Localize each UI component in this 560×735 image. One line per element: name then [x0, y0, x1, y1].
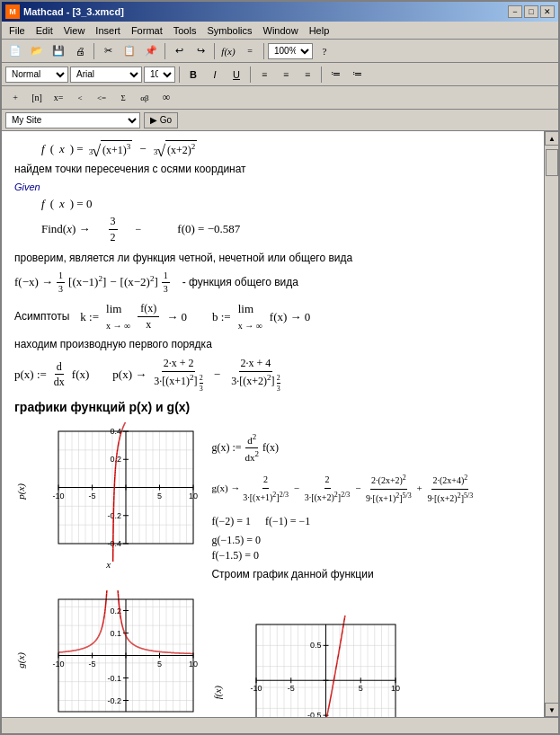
g-zero: g(−1.5) = 0	[211, 533, 531, 548]
list1-button[interactable]: ≔	[325, 66, 345, 84]
close-button[interactable]: ✕	[540, 5, 555, 18]
px-def-row: p(x) := d dx f(x) p(x) → 2·x + 2 3·[(x+1…	[14, 356, 531, 394]
open-button[interactable]: 📂	[27, 42, 47, 60]
menu-insert[interactable]: Insert	[90, 23, 126, 38]
text-find-intercepts: найдем точки пересечения с осями координ…	[14, 162, 531, 177]
print-button[interactable]: 🖨	[70, 42, 90, 60]
cut-button[interactable]: ✂	[98, 42, 118, 60]
eq-button[interactable]: =	[240, 42, 260, 60]
status-bar	[2, 717, 558, 733]
gx-canvas	[31, 590, 202, 717]
underline-button[interactable]: U	[227, 66, 246, 84]
maximize-button[interactable]: □	[524, 5, 538, 18]
scroll-track[interactable]	[545, 146, 558, 703]
find-result: Find(x) → 3 2 − f(0) = −0.587	[41, 214, 531, 245]
save-button[interactable]: 💾	[49, 42, 68, 60]
paste-button[interactable]: 📌	[141, 42, 161, 60]
main-area: f(x) = 3 √ (x+1)3 − 3 √ (x+2)2 найдем то…	[2, 131, 558, 717]
given-keyword: Given	[14, 181, 531, 194]
menu-file[interactable]: File	[4, 23, 31, 38]
sep7	[321, 66, 322, 83]
zoom-area: 100%	[268, 43, 313, 59]
document-area[interactable]: f(x) = 3 √ (x+1)3 − 3 √ (x+2)2 найдем то…	[2, 131, 544, 717]
general-func-label: - функция общего вида	[182, 275, 298, 290]
undo-button[interactable]: ↩	[169, 42, 189, 60]
help-button[interactable]: ?	[315, 42, 334, 60]
sep6	[250, 66, 251, 83]
text-even-odd: проверим, является ли функция четной, не…	[14, 251, 531, 266]
formula-btn1[interactable]: +	[5, 89, 25, 107]
f-zero: f(−1.5) = 0	[211, 548, 531, 563]
size-select[interactable]: 10	[144, 66, 175, 83]
build-graph-label: Строим график данной функции	[211, 567, 531, 582]
fx-eq-0: f(x) = 0	[41, 196, 531, 212]
fx-neg-row: f(−x) → 1 3 [(x−1)2] − [(x−2)2] 1 3 -	[14, 270, 531, 296]
italic-button[interactable]: I	[205, 66, 225, 84]
toolbar1: 📄 📂 💾 🖨 ✂ 📋 📌 ↩ ↪ f(x) = 100% ?	[2, 40, 558, 63]
font-select[interactable]: Arial	[70, 66, 142, 83]
go-button[interactable]: ▶ Go	[144, 112, 178, 128]
gx-ylabel: g(x)	[14, 652, 28, 669]
px-ylabel: p(x)	[14, 483, 28, 500]
scrollbar-vertical[interactable]: ▲ ▼	[544, 131, 558, 717]
sep3	[214, 43, 215, 59]
address-bar: My Site ▶ Go	[2, 110, 558, 131]
scroll-down-button[interactable]: ▼	[545, 703, 558, 717]
section-graphs: графики функций p(x) и g(x)	[14, 399, 531, 417]
px-plot-container: p(x) x	[14, 422, 202, 571]
menu-help[interactable]: Help	[304, 23, 335, 38]
style-select[interactable]: Normal	[5, 66, 68, 83]
copy-button[interactable]: 📋	[120, 42, 139, 60]
fx-canvas	[229, 615, 404, 717]
menu-bar: File Edit View Insert Format Tools Symbo…	[2, 22, 558, 40]
zoom-select[interactable]: 100%	[268, 43, 313, 59]
sep4	[263, 43, 264, 59]
formula-btn8[interactable]: ∞	[156, 89, 176, 107]
menu-edit[interactable]: Edit	[31, 23, 58, 38]
redo-button[interactable]: ↪	[191, 42, 210, 60]
scroll-thumb[interactable]	[546, 149, 558, 176]
plots-row1: p(x) x g(x) := d2 dx	[14, 422, 531, 586]
fx-plot-wrapper: f(x)	[211, 615, 404, 717]
title-controls: − □ ✕	[508, 5, 555, 18]
new-button[interactable]: 📄	[5, 42, 25, 60]
text-derivative: находим производную первого порядка	[14, 337, 531, 352]
asymptotes-row: Асимптоты k := lim x → ∞ f(x) x → 0 b :=…	[14, 301, 531, 333]
formula-btn5[interactable]: <=	[92, 89, 111, 107]
fx-ylabel: f(x)	[211, 686, 225, 699]
title-left: M Mathcad - [3_3.xmcd]	[5, 4, 124, 19]
menu-window[interactable]: Window	[258, 23, 304, 38]
bold-button[interactable]: B	[183, 66, 203, 84]
list2-button[interactable]: ≔	[347, 66, 367, 84]
formula-fx: f(x) = 3 √ (x+1)3 − 3 √ (x+2)2	[41, 140, 531, 158]
align-right-button[interactable]: ≡	[298, 66, 317, 84]
sep1	[93, 43, 94, 59]
px-plot	[31, 422, 202, 562]
menu-tools[interactable]: Tools	[168, 23, 202, 38]
site-select[interactable]: My Site	[5, 112, 140, 128]
minimize-button[interactable]: −	[508, 5, 522, 18]
formula-btn4[interactable]: <	[70, 89, 90, 107]
f-values-row: f(−2) = 1 f(−1) = −1	[211, 514, 531, 529]
plots-row2: g(x) x f(x)	[14, 590, 531, 717]
gx-plot	[31, 590, 202, 717]
title-bar: M Mathcad - [3_3.xmcd] − □ ✕	[2, 2, 558, 22]
gx-plot-container: g(x) x	[14, 590, 202, 717]
px-canvas	[31, 422, 202, 562]
menu-format[interactable]: Format	[126, 23, 168, 38]
formula-btn7[interactable]: αβ	[135, 89, 155, 107]
px-plot-wrapper: p(x)	[14, 422, 202, 562]
math-content: f(x) = 3 √ (x+1)3 − 3 √ (x+2)2 найдем то…	[14, 140, 531, 717]
align-left-button[interactable]: ≡	[254, 66, 274, 84]
align-center-button[interactable]: ≡	[276, 66, 296, 84]
formula-btn6[interactable]: Σ	[113, 89, 133, 107]
gx-expansion: g(x) → 2 3·[(x+1)2]2/3 − 2 3·[(x+2)2]2/3	[211, 472, 531, 508]
fxo-button[interactable]: f(x)	[218, 42, 238, 60]
app-icon: M	[5, 4, 20, 19]
menu-symbolics[interactable]: Symbolics	[201, 23, 257, 38]
menu-view[interactable]: View	[58, 23, 91, 38]
formula-btn2[interactable]: [n]	[27, 89, 47, 107]
scroll-up-button[interactable]: ▲	[545, 131, 558, 146]
given-block: Given f(x) = 0 Find(x) → 3 2 − f(0) =	[14, 181, 531, 245]
formula-btn3[interactable]: x=	[49, 89, 68, 107]
